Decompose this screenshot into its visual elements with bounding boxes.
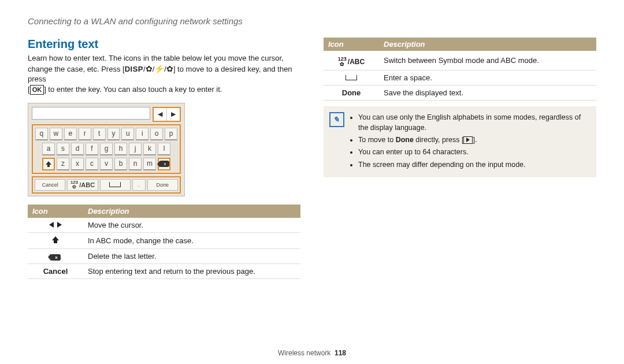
key-w[interactable]: w	[50, 128, 62, 140]
table-row: Done Save the displayed text.	[324, 86, 596, 101]
key-j[interactable]: j	[129, 143, 142, 155]
key-h[interactable]: h	[114, 143, 127, 155]
ok-glyph: OK	[30, 85, 44, 95]
flash-icon: ⚡	[154, 64, 164, 73]
key-f[interactable]: f	[86, 143, 98, 155]
cancel-icon: Cancel	[28, 263, 83, 278]
timer-icon: ✿	[166, 64, 173, 73]
key-a[interactable]: a	[42, 143, 55, 155]
key-b[interactable]: b	[114, 158, 127, 170]
move-cursor-icon	[28, 218, 83, 233]
key-i[interactable]: i	[136, 128, 148, 140]
key-k[interactable]: k	[143, 143, 156, 155]
shift-icon	[28, 232, 83, 248]
shift-desc: In ABC mode, change the case.	[83, 232, 300, 248]
space-desc: Enter a space.	[379, 70, 596, 86]
note-list: You can use only the English alphabets i…	[350, 112, 589, 172]
done-key[interactable]: Done	[147, 179, 178, 191]
keyboard-bottom-row: Cancel 123✿/ABC . Done	[32, 176, 181, 194]
key-r[interactable]: r	[79, 128, 91, 140]
table-row: In ABC mode, change the case.	[28, 232, 300, 248]
disp-glyph: DISP	[125, 65, 143, 73]
key-z[interactable]: z	[57, 158, 69, 170]
two-column-layout: Entering text Learn how to enter text. T…	[28, 38, 596, 279]
breadcrumb: Connecting to a WLAN and configuring net…	[28, 16, 596, 26]
cancel-desc: Stop entering text and return to the pre…	[83, 263, 300, 278]
backspace-key[interactable]: x	[158, 158, 170, 170]
mode-key[interactable]: 123✿/ABC	[67, 179, 98, 191]
note-item: To move to Done directly, press [].	[358, 135, 589, 145]
period-key[interactable]: .	[132, 179, 146, 191]
backspace-desc: Delete the last letter.	[83, 248, 300, 263]
key-g[interactable]: g	[100, 143, 113, 155]
key-q[interactable]: q	[35, 128, 48, 140]
intro-paragraph: Learn how to enter text. The icons in th…	[28, 53, 300, 95]
note-icon: ✎	[329, 112, 344, 127]
key-n[interactable]: n	[129, 158, 142, 170]
note-item: You can use only the English alphabets i…	[358, 112, 589, 133]
keyboard-character-rows: qwertyuiop asdfghjkl zxcvbnm x	[32, 124, 181, 174]
table-header-description: Description	[379, 38, 596, 51]
icon-description-table-left: Icon Description Move the cursor. In ABC…	[28, 205, 300, 279]
note-item: The screen may differ depending on the i…	[358, 159, 589, 170]
intro-line2a: change the case, etc. Press [	[28, 65, 125, 73]
table-header-description: Description	[83, 205, 300, 218]
shift-key[interactable]	[42, 158, 55, 170]
intro-line3b: ] to enter the key. You can also touch a…	[44, 85, 222, 94]
done-icon: Done	[324, 86, 379, 101]
section-title: Entering text	[28, 38, 300, 51]
page-number: 118	[335, 349, 346, 357]
cursor-arrow-group: ◀ ▶	[153, 107, 181, 122]
table-row: Cancel Stop entering text and return to …	[28, 263, 300, 278]
mode-switch-desc: Switch between Symbol mode and ABC mode.	[379, 51, 596, 70]
footer-section: Wireless network	[278, 349, 330, 357]
backspace-icon: x	[28, 248, 83, 263]
move-cursor-desc: Move the cursor.	[83, 218, 300, 233]
right-column: Icon Description 123✿ /ABC Switch betwee…	[324, 38, 596, 279]
key-u[interactable]: u	[121, 128, 134, 140]
table-row: 123✿ /ABC Switch between Symbol mode and…	[324, 51, 596, 70]
onscreen-keyboard: ◀ ▶ qwertyuiop asdfghjkl zxcvbnm x	[28, 103, 185, 196]
key-o[interactable]: o	[150, 128, 163, 140]
key-c[interactable]: c	[86, 158, 98, 170]
intro-line1: Learn how to enter text. The icons in th…	[28, 54, 284, 62]
key-t[interactable]: t	[93, 128, 106, 140]
key-v[interactable]: v	[100, 158, 113, 170]
table-row: Move the cursor.	[28, 218, 300, 233]
key-d[interactable]: d	[71, 143, 84, 155]
key-y[interactable]: y	[107, 128, 120, 140]
done-desc: Save the displayed text.	[379, 86, 596, 101]
mode-switch-icon: 123✿ /ABC	[324, 51, 379, 70]
icon-description-table-right: Icon Description 123✿ /ABC Switch betwee…	[324, 38, 596, 101]
key-l[interactable]: l	[158, 143, 170, 155]
key-e[interactable]: e	[64, 128, 77, 140]
cursor-left-button[interactable]: ◀	[154, 108, 167, 121]
cursor-right-button[interactable]: ▶	[167, 108, 180, 121]
keyboard-text-field[interactable]	[32, 107, 150, 120]
note-item: You can enter up to 64 characters.	[358, 147, 589, 157]
note-box: ✎ You can use only the English alphabets…	[324, 106, 596, 177]
key-p[interactable]: p	[165, 128, 177, 140]
key-x[interactable]: x	[71, 158, 84, 170]
cancel-key[interactable]: Cancel	[35, 179, 65, 191]
flower-icon: ✿	[146, 64, 153, 73]
left-column: Entering text Learn how to enter text. T…	[28, 38, 300, 279]
table-header-icon: Icon	[324, 38, 379, 51]
space-key[interactable]	[100, 179, 131, 191]
key-m[interactable]: m	[143, 158, 156, 170]
table-row: x Delete the last letter.	[28, 248, 300, 263]
table-header-icon: Icon	[28, 205, 83, 218]
page-footer: Wireless network 118	[0, 349, 624, 357]
key-s[interactable]: s	[57, 143, 69, 155]
space-icon	[324, 70, 379, 86]
table-row: Enter a space.	[324, 70, 596, 86]
